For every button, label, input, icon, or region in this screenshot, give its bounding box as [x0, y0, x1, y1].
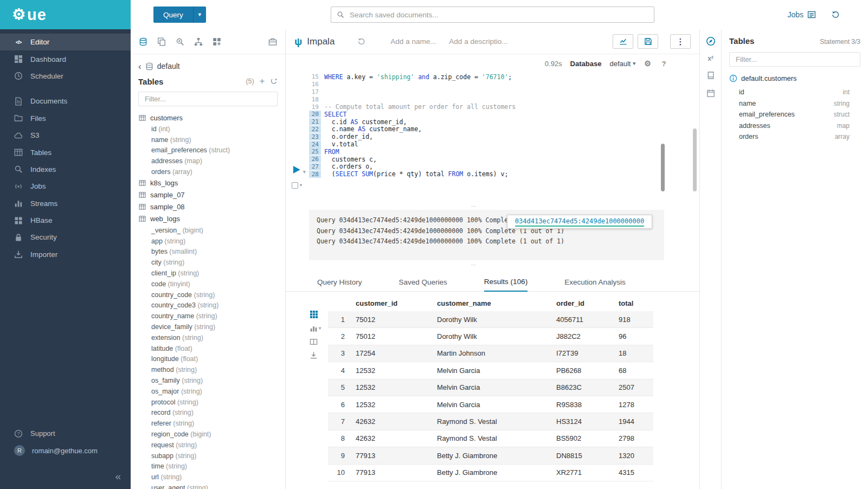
chart-button[interactable] [613, 34, 633, 49]
resize-handle-top[interactable]: ⋯ [286, 204, 661, 208]
assist-column-device_family[interactable]: device_family (string) [131, 321, 285, 332]
assist-column-country_code3[interactable]: country_code3 (string) [131, 300, 285, 311]
assist-column-name[interactable]: name (string) [131, 134, 285, 145]
info-icon[interactable] [729, 74, 737, 82]
assist-column-url[interactable]: url (string) [131, 472, 285, 482]
sidebar-item-jobs[interactable]: Jobs [0, 178, 131, 195]
sidebar-item-hbase[interactable]: HBase [0, 212, 131, 229]
tab-saved-queries[interactable]: Saved Queries [399, 278, 447, 291]
right-panel-column-id[interactable]: idint [729, 87, 860, 98]
assist-column-id[interactable]: id (int) [131, 124, 285, 134]
assist-column-request[interactable]: request (string) [131, 440, 285, 451]
apps-source-icon[interactable] [213, 37, 221, 46]
save-button[interactable] [638, 34, 658, 49]
help-icon[interactable]: ? [660, 60, 668, 68]
back-chevron-icon[interactable]: ‹ [138, 62, 142, 71]
sidebar-item-s3[interactable]: S3 [0, 127, 131, 144]
assist-table-k8s_logs[interactable]: k8s_logs [131, 177, 285, 189]
query-id-link[interactable]: 034d413ec7474ed5:4249de1000000000 [515, 217, 644, 227]
resize-handle-bottom[interactable]: ⋯ [286, 262, 661, 267]
query-name-input[interactable] [389, 37, 439, 46]
assist-filter-input[interactable] [144, 94, 272, 104]
sidebar-item-importer[interactable]: Importer [0, 246, 131, 263]
chart-view-button[interactable]: ▾ [310, 324, 321, 332]
assist-column-user_agent[interactable]: user_agent (string) [131, 482, 285, 489]
sidebar-collapse-button[interactable]: « [115, 470, 121, 482]
jobs-link[interactable]: Jobs [787, 0, 816, 29]
snippet-settings-button[interactable]: ▾ [292, 182, 302, 189]
code-editor[interactable]: 15WHERE a.key = 'shipping' and a.zip_cod… [309, 73, 661, 179]
assist-column-method[interactable]: method (string) [131, 364, 285, 375]
editor-scrollbar[interactable] [661, 144, 665, 191]
result-row[interactable]: 175012Dorothy Wilk4056711918 [328, 311, 653, 328]
grid-view-button[interactable] [310, 310, 321, 319]
assist-table-web_logs[interactable]: web_logs [131, 213, 285, 225]
result-row[interactable]: 512532Melvin GarciaB8623C2507 [328, 379, 653, 396]
database-source-icon[interactable] [139, 37, 147, 46]
refresh-icon[interactable] [270, 78, 278, 85]
assist-column-code[interactable]: code (tinyint) [131, 279, 285, 289]
query-dropdown-caret[interactable]: ▾ [193, 7, 206, 23]
schedule-icon[interactable] [706, 89, 715, 98]
assist-column-country_code[interactable]: country_code (string) [131, 289, 285, 300]
tab-execution-analysis[interactable]: Execution Analysis [564, 278, 626, 291]
sidebar-item-streams[interactable]: Streams [0, 195, 131, 212]
assist-table-sample_07[interactable]: sample_07 [131, 189, 285, 201]
result-row[interactable]: 842632Raymond S. VestalBS59022798 [328, 430, 653, 447]
assist-column-email_preferences[interactable]: email_preferences (struct) [131, 145, 285, 156]
search-source-icon[interactable] [176, 37, 184, 46]
result-row[interactable]: 612532Melvin GarciaR9S8381278 [328, 396, 653, 413]
header-total[interactable]: total [615, 299, 653, 307]
documents-source-icon[interactable] [157, 37, 166, 46]
sitemap-source-icon[interactable] [194, 37, 203, 46]
assist-column-extension[interactable]: extension (string) [131, 332, 285, 343]
assist-column-app[interactable]: app (string) [131, 236, 285, 247]
execute-button[interactable]: ▾ [292, 165, 306, 175]
assist-column-os_major[interactable]: os_major (string) [131, 386, 285, 397]
assist-table-sample_08[interactable]: sample_08 [131, 201, 285, 213]
assist-column-referer[interactable]: referer (string) [131, 418, 285, 429]
columns-toggle-button[interactable] [310, 338, 321, 346]
assist-column-orders[interactable]: orders (array) [131, 166, 285, 177]
database-selector[interactable]: default ▾ [609, 60, 635, 68]
sidebar-item-indexes[interactable]: Indexes [0, 161, 131, 178]
header-customer_name[interactable]: customer_name [434, 299, 553, 307]
more-actions-button[interactable]: ⋮ [670, 34, 691, 49]
sidebar-item-user[interactable]: R romain@gethue.com [0, 442, 131, 459]
right-panel-column-email_preferences[interactable]: email_preferencesstruct [729, 109, 860, 120]
right-panel-column-orders[interactable]: ordersarray [729, 131, 860, 143]
database-name[interactable]: default [157, 62, 180, 70]
result-row[interactable]: 977913Betty J. GiambroneDN88151320 [328, 447, 653, 464]
query-history-icon[interactable] [357, 37, 365, 46]
assist-column-subapp[interactable]: subapp (string) [131, 451, 285, 461]
sidebar-item-editor[interactable]: </>Editor [0, 34, 131, 50]
result-row[interactable]: 742632Raymond S. VestalHS31241944 [328, 413, 653, 430]
result-row[interactable]: 412532Melvin GarciaPB626868 [328, 362, 653, 379]
execute-options-caret-icon[interactable]: ▾ [303, 170, 306, 175]
tab-results-106[interactable]: Results (106) [484, 278, 528, 292]
assist-column-latitude[interactable]: latitude (float) [131, 343, 285, 354]
assist-column-protocol[interactable]: protocol (string) [131, 397, 285, 408]
assist-column-client_ip[interactable]: client_ip (string) [131, 268, 285, 279]
result-row[interactable]: 317254Martin JohnsonI72T3918 [328, 345, 653, 362]
result-row[interactable]: 275012Dorothy WilkJ882C296 [328, 328, 653, 345]
add-icon[interactable]: + [260, 77, 265, 86]
sidebar-item-scheduler[interactable]: Scheduler [0, 68, 131, 85]
sidebar-item-documents[interactable]: Documents [0, 93, 131, 110]
history-button[interactable] [831, 0, 840, 29]
active-table-row[interactable]: default.customers [729, 74, 860, 82]
sidebar-item-support[interactable]: ? Support [0, 425, 131, 442]
assist-column-record[interactable]: record (string) [131, 408, 285, 419]
page-scrollbar[interactable] [693, 128, 697, 191]
header-order_id[interactable]: order_id [553, 299, 615, 307]
query-button[interactable]: Query ▾ [153, 7, 206, 23]
assist-column-os_family[interactable]: os_family (string) [131, 375, 285, 386]
assist-column-time[interactable]: time (string) [131, 461, 285, 472]
assist-column-longitude[interactable]: longitude (float) [131, 354, 285, 365]
search-input[interactable] [349, 10, 654, 20]
assist-column-addresses[interactable]: addresses (map) [131, 156, 285, 166]
sidebar-item-security[interactable]: Security [0, 229, 131, 246]
right-panel-filter-input[interactable] [735, 55, 855, 64]
right-panel-column-name[interactable]: namestring [729, 98, 860, 110]
assist-table-customers[interactable]: customers [131, 112, 285, 124]
